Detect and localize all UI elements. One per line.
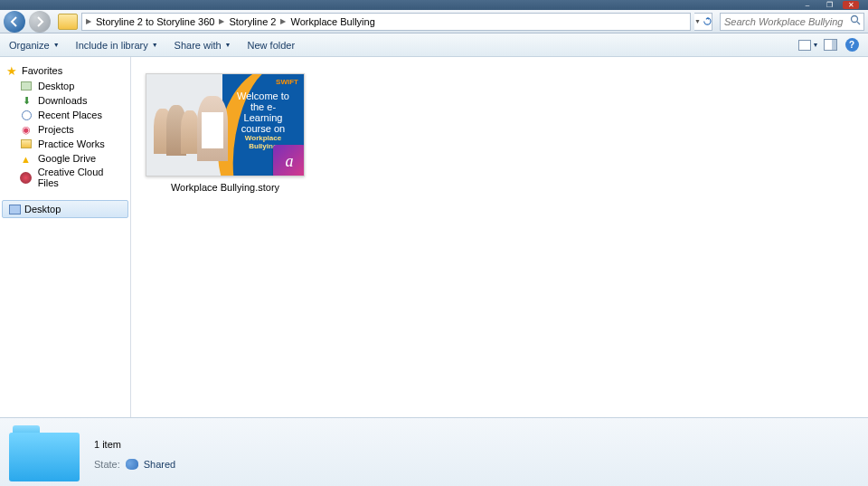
breadcrumb[interactable]: ▶ Storyline 2 to Storyline 360 ▶ Storyli… <box>81 13 691 31</box>
share-with-menu[interactable]: Share with ▼ <box>175 40 231 51</box>
sidebar-item-downloads[interactable]: ⬇ Downloads <box>0 93 130 108</box>
folder-icon <box>58 14 78 30</box>
chevron-right-icon: ▶ <box>219 17 224 25</box>
sidebar-item-label: Google Drive <box>38 153 96 164</box>
desktop-label: Desktop <box>24 204 61 214</box>
chevron-down-icon: ▼ <box>53 42 60 48</box>
breadcrumb-item[interactable]: Storyline 2 to Storyline 360 <box>93 16 217 27</box>
sidebar-item-label: Recent Places <box>38 110 102 120</box>
chevron-right-icon: ▶ <box>86 17 91 25</box>
preview-pane-button[interactable] <box>823 39 837 52</box>
help-button[interactable]: ? <box>844 39 859 52</box>
new-folder-button[interactable]: New folder <box>248 40 296 51</box>
state-value: Shared <box>144 459 175 470</box>
breadcrumb-item[interactable]: Workplace Bullying <box>288 16 377 27</box>
star-icon: ★ <box>5 64 18 77</box>
details-pane: 1 item State: Shared <box>0 417 868 486</box>
favorites-header[interactable]: ★ Favorites <box>0 62 130 79</box>
desktop-icon <box>8 203 21 215</box>
navigation-pane: ★ Favorites Desktop ⬇ Downloads Recent P… <box>0 57 131 417</box>
breadcrumb-item[interactable]: Storyline 2 <box>226 16 278 27</box>
navigation-bar: ▶ Storyline 2 to Storyline 360 ▶ Storyli… <box>0 10 868 33</box>
newfolder-label: New folder <box>248 40 296 51</box>
minimize-button[interactable]: – <box>799 1 816 9</box>
svg-point-0 <box>852 16 858 23</box>
sidebar-item-label: Creative Cloud Files <box>38 167 125 188</box>
organize-label: Organize <box>9 40 50 51</box>
favorites-label: Favorites <box>22 65 62 76</box>
sidebar-item-creative-cloud[interactable]: Creative Cloud Files <box>0 166 130 189</box>
thumb-brand: SWIFT <box>276 78 298 86</box>
view-options-button[interactable]: ▼ <box>801 39 816 52</box>
item-count: 1 item <box>94 439 175 450</box>
sidebar-item-label: Downloads <box>38 95 87 106</box>
sidebar-item-practice-works[interactable]: Practice Works <box>0 137 130 151</box>
chevron-right-icon: ▶ <box>280 17 286 25</box>
sidebar-item-label: Practice Works <box>38 138 105 149</box>
sidebar-item-google-drive[interactable]: Google Drive <box>0 151 130 166</box>
chevron-down-icon: ▼ <box>813 42 819 48</box>
svg-line-1 <box>857 22 860 24</box>
download-icon: ⬇ <box>20 94 33 107</box>
folder-icon <box>20 138 33 150</box>
search-box[interactable] <box>720 13 864 31</box>
desktop-icon <box>20 80 33 92</box>
dropdown-icon: ▼ <box>694 18 701 24</box>
explorer-body: ★ Favorites Desktop ⬇ Downloads Recent P… <box>0 57 868 417</box>
include-in-library-menu[interactable]: Include in library ▼ <box>76 40 158 51</box>
shared-icon <box>126 459 138 470</box>
creative-cloud-icon <box>20 171 33 184</box>
chevron-down-icon: ▼ <box>225 42 231 48</box>
maximize-button[interactable]: ❐ <box>821 1 837 9</box>
sidebar-item-projects[interactable]: ◉ Projects <box>0 122 130 137</box>
share-label: Share with <box>175 40 222 51</box>
sidebar-item-label: Desktop <box>38 81 74 91</box>
thumb-line1: Welcome to the e-Learning course on <box>231 91 295 134</box>
file-thumbnail: SWIFT Welcome to the e-Learning course o… <box>146 73 305 176</box>
recent-icon <box>20 109 33 121</box>
close-button[interactable]: ✕ <box>843 1 859 9</box>
state-label: State: <box>94 459 120 470</box>
sidebar-item-desktop[interactable]: Desktop <box>0 79 130 93</box>
window-titlebar: – ❐ ✕ <box>0 0 868 10</box>
include-label: Include in library <box>76 40 148 51</box>
file-item[interactable]: SWIFT Welcome to the e-Learning course o… <box>146 73 305 193</box>
sidebar-item-label: Projects <box>38 124 74 135</box>
projects-icon: ◉ <box>20 123 33 136</box>
google-drive-icon <box>20 152 33 165</box>
search-icon <box>850 14 861 28</box>
organize-menu[interactable]: Organize ▼ <box>9 40 60 51</box>
refresh-button[interactable]: ▼ <box>694 13 712 31</box>
search-input[interactable] <box>724 16 850 27</box>
back-button[interactable] <box>4 11 25 33</box>
file-name: Workplace Bullying.story <box>171 182 279 193</box>
content-pane[interactable]: SWIFT Welcome to the e-Learning course o… <box>131 57 868 417</box>
desktop-header[interactable]: Desktop <box>2 200 128 218</box>
chevron-down-icon: ▼ <box>152 42 158 48</box>
command-bar: Organize ▼ Include in library ▼ Share wi… <box>0 33 868 57</box>
sidebar-item-recent[interactable]: Recent Places <box>0 108 130 122</box>
forward-button[interactable] <box>29 11 51 33</box>
folder-large-icon <box>9 424 80 481</box>
articulate-badge-icon: a <box>273 145 305 176</box>
